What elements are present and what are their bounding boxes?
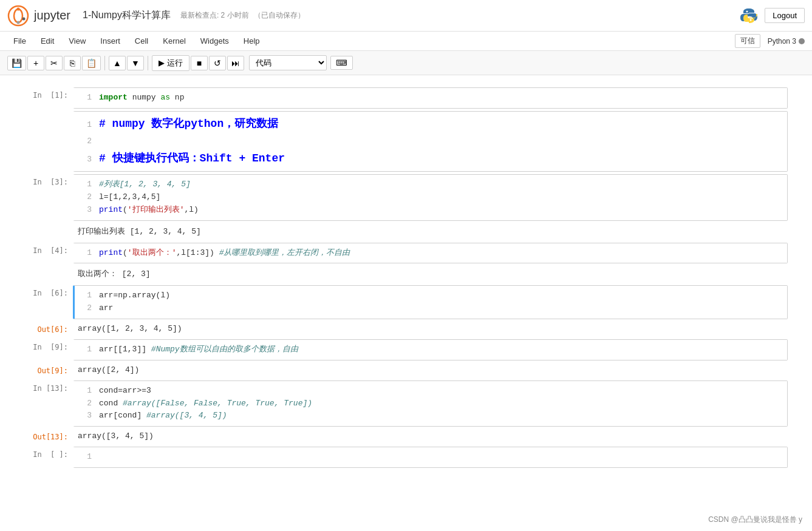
cell-7-label: In [13]: [24, 380, 73, 427]
header-right: Logout [739, 6, 805, 25]
menu-help[interactable]: Help [237, 35, 266, 47]
cell-6-content[interactable]: 1arr[[1,3]] #Numpy数组可以自由的取多个数据，自由 [73, 339, 788, 360]
logout-button[interactable]: Logout [765, 8, 805, 23]
cell-7-output-text: array([3, 4, 5]) [73, 429, 159, 444]
menu-file[interactable]: File [7, 35, 32, 47]
cell-8-code[interactable]: 1 [75, 447, 787, 467]
kernel-badge: Python 3 [768, 37, 805, 46]
logo-area: jupyter [7, 5, 70, 27]
line-num: 1 [80, 92, 92, 104]
cell-2-content[interactable]: 1# numpy 数字化python，研究数据 2 3# 快捷键执行代码：Shi… [73, 111, 788, 172]
cell-3-out-label [24, 223, 73, 240]
cell-6-output: Out[9]: array([2, 4]) [24, 363, 788, 378]
code-text: ,l) [184, 205, 198, 214]
cell-1: In [1]: 1import numpy as np [24, 87, 788, 109]
line-num: 1 [80, 343, 92, 356]
cell-4-content[interactable]: 1print('取出两个：',l[1:3]) #从哪里取到哪里，左开右闭，不自由 [73, 243, 788, 264]
cell-2-label [24, 111, 73, 172]
cell-5-content[interactable]: 1arr=np.array(l) 2arr [73, 285, 788, 319]
add-cell-button[interactable]: + [27, 56, 44, 70]
code-comment: #Numpy数组可以自由的取多个数据，自由 [151, 345, 298, 354]
cut-button[interactable]: ✂ [46, 56, 63, 70]
restart-button[interactable]: ↺ [209, 56, 226, 70]
code-text: ( [123, 205, 128, 214]
code-text: ,l[1:3]) [176, 248, 219, 257]
cell-5-out-label: Out[6]: [24, 322, 73, 337]
line-num: 2 [80, 397, 92, 410]
menu-cell[interactable]: Cell [129, 35, 154, 47]
menu-widgets[interactable]: Widgets [194, 35, 235, 47]
cell-6-out-label: Out[9]: [24, 363, 73, 378]
svg-point-1 [14, 9, 22, 22]
cell-7-output: Out[13]: array([3, 4, 5]) [24, 429, 788, 444]
fast-forward-button[interactable]: ⏭ [227, 56, 244, 70]
cell-4-label: In [4]: [24, 243, 73, 264]
toolbar-separator-2 [148, 56, 148, 70]
cell-5: In [6]: 1arr=np.array(l) 2arr [24, 285, 788, 319]
header: jupyter 1-Numpy科学计算库 最新检查点: 2 小时前 （已自动保存… [0, 0, 812, 32]
code-comment: #从哪里取到哪里，左开右闭，不自由 [219, 248, 350, 257]
cell-6-code[interactable]: 1arr[[1,3]] #Numpy数组可以自由的取多个数据，自由 [75, 340, 787, 360]
menu-kernel[interactable]: Kernel [157, 35, 192, 47]
cell-1-code[interactable]: 1import numpy as np [75, 88, 787, 108]
run-label: 运行 [167, 58, 183, 69]
line-num: 1 [80, 247, 92, 260]
code-keyword: import [99, 93, 128, 102]
stop-button[interactable]: ■ [191, 56, 208, 70]
cell-5-code[interactable]: 1arr=np.array(l) 2arr [75, 286, 787, 319]
cell-4-code[interactable]: 1print('取出两个：',l[1:3]) #从哪里取到哪里，左开右闭，不自由 [75, 243, 787, 263]
svg-point-6 [750, 19, 752, 21]
paste-button[interactable]: 📋 [82, 56, 101, 70]
run-button[interactable]: ▶ 运行 [152, 55, 189, 71]
cell-3-code[interactable]: 1#列表[1, 2, 3, 4, 5] 2l=[1,2,3,4,5] 3prin… [75, 175, 787, 220]
svg-point-3 [17, 21, 20, 24]
code-text: arr[cond] [99, 411, 146, 420]
cell-1-label: In [1]: [24, 87, 73, 109]
notebook-title[interactable]: 1-Numpy科学计算库 [83, 9, 171, 22]
menu-view[interactable]: View [63, 35, 92, 47]
code-str: '打印输出列表' [128, 205, 185, 214]
code-keyword-as: as [160, 93, 170, 102]
copy-button[interactable]: ⎘ [64, 56, 81, 70]
line-num: 1 [80, 178, 92, 191]
cell-7-code[interactable]: 1cond=arr>=3 2cond #array([False, False,… [75, 381, 787, 426]
cell-8-label: In [ ]: [24, 447, 73, 468]
move-down-button[interactable]: ▼ [127, 56, 144, 70]
code-comment: #array([3, 4, 5]) [146, 411, 227, 420]
save-button[interactable]: 💾 [7, 56, 26, 70]
keyboard-shortcuts-button[interactable]: ⌨ [330, 56, 353, 70]
cell-5-output-text: array([1, 2, 3, 4, 5]) [73, 322, 187, 337]
app-name: jupyter [34, 8, 70, 22]
jupyter-logo-icon [7, 5, 29, 27]
code-text: l=[1,2,3,4,5] [99, 192, 160, 201]
kernel-status-icon [799, 38, 805, 44]
checkpoint-info: 最新检查点: 2 小时前 [180, 10, 249, 21]
cell-4-output: 取出两个： [2, 3] [24, 266, 788, 283]
menu-edit[interactable]: Edit [35, 35, 60, 47]
line-num: 1 [80, 289, 92, 302]
cell-type-select[interactable]: 代码 Markdown Raw NBConvert [249, 55, 327, 70]
code-text: ( [123, 248, 128, 257]
menu-insert[interactable]: Insert [94, 35, 126, 47]
line-num: 1 [80, 119, 92, 132]
run-icon: ▶ [159, 58, 165, 67]
cell-6-output-text: array([2, 4]) [73, 363, 144, 378]
code-text: cond=arr>=3 [99, 386, 151, 395]
cell-3-content[interactable]: 1#列表[1, 2, 3, 4, 5] 2l=[1,2,3,4,5] 3prin… [73, 174, 788, 220]
cell-4-output-text: 取出两个： [2, 3] [73, 266, 155, 283]
move-up-button[interactable]: ▲ [109, 56, 126, 70]
cell-4: In [4]: 1print('取出两个：',l[1:3]) #从哪里取到哪里，… [24, 243, 788, 264]
cell-6: In [9]: 1arr[[1,3]] #Numpy数组可以自由的取多个数据，自… [24, 339, 788, 360]
code-text: numpy [132, 93, 161, 102]
cell-7-content[interactable]: 1cond=arr>=3 2cond #array([False, False,… [73, 380, 788, 427]
cell-2-code[interactable]: 1# numpy 数字化python，研究数据 2 3# 快捷键执行代码：Shi… [75, 112, 787, 171]
svg-point-2 [17, 7, 20, 10]
cell-1-content[interactable]: 1import numpy as np [73, 87, 788, 109]
cell-8-content[interactable]: 1 [73, 447, 788, 468]
cell-7: In [13]: 1cond=arr>=3 2cond #array([Fals… [24, 380, 788, 427]
line-num: 2 [80, 302, 92, 315]
cell-6-label: In [9]: [24, 339, 73, 360]
cell-8: In [ ]: 1 [24, 447, 788, 468]
code-text: arr[[1,3]] [99, 345, 151, 354]
svg-point-4 [22, 17, 26, 20]
